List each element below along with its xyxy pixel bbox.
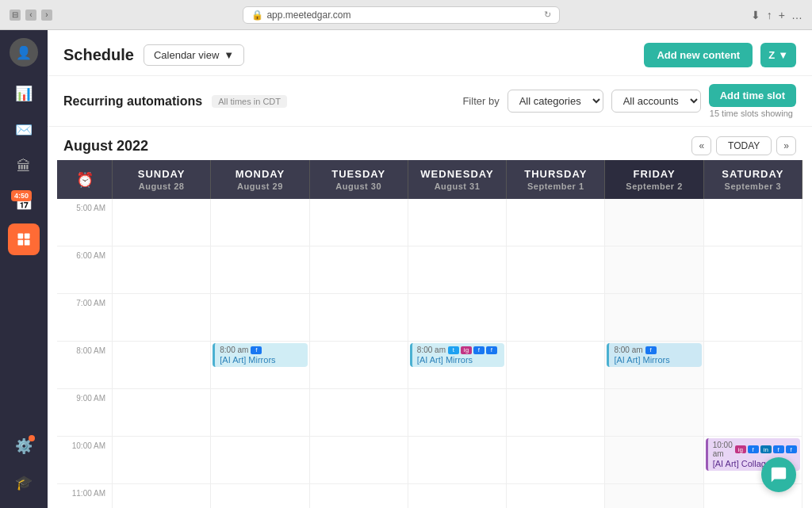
day-date-wednesday: August 31 [412,181,503,191]
today-button[interactable]: TODAY [716,136,772,155]
cell-sun-10am[interactable] [113,437,211,484]
cell-wed-7am[interactable] [408,294,507,342]
cell-fri-7am[interactable] [605,294,703,342]
category-filter[interactable]: All categories [508,90,603,113]
page-title-area: Schedule Calendar view ▼ [63,44,244,66]
day-date-thursday: September 1 [510,181,601,191]
sidebar-item-inbox[interactable]: ✉️ [8,114,40,146]
cell-mon-7am[interactable] [211,294,309,342]
cell-thu-11am[interactable] [507,484,605,508]
cell-sun-5am[interactable] [113,199,211,246]
sidebar-item-schedule[interactable] [8,223,40,255]
forward-btn[interactable]: › [41,10,52,21]
cell-sat-7am[interactable] [704,294,802,342]
cell-thu-6am[interactable] [507,246,605,294]
day-header-thursday: THURSDAY September 1 [507,160,605,199]
cell-fri-8am[interactable]: 8:00 am f [AI Art] Mirrors [605,342,703,389]
cell-thu-9am[interactable] [507,389,605,437]
chat-icon [770,466,787,483]
sidebar-item-library[interactable]: 🏛 [8,151,40,182]
event-mon-mirrors[interactable]: 8:00 am f [AI Art] Mirrors [213,343,307,367]
add-new-content-button[interactable]: Add new content [644,43,753,67]
slots-showing-text: 15 time slots showing [710,109,793,118]
prev-prev-button[interactable]: « [691,136,711,155]
sidebar-item-time[interactable]: 4:50 📅 [8,187,40,219]
ellipsis-icon[interactable]: … [791,9,802,21]
cell-fri-11am[interactable] [605,484,703,508]
account-filter[interactable]: All accounts [611,90,701,113]
cell-sun-6am[interactable] [113,246,211,294]
cell-mon-8am[interactable]: 8:00 am f [AI Art] Mirrors [211,342,309,389]
automations-bar: Recurring automations All times in CDT F… [48,76,812,127]
user-menu-button[interactable]: Z ▼ [760,43,796,67]
share-icon[interactable]: ↑ [767,9,772,21]
cell-thu-8am[interactable] [507,342,605,389]
cell-sat-6am[interactable] [704,246,802,294]
sidebar-item-alerts[interactable]: ⚙️ [8,430,40,462]
cell-wed-9am[interactable] [408,389,507,437]
sidebar-item-graduation[interactable]: 🎓 [8,467,40,498]
cell-fri-6am[interactable] [605,246,703,294]
cell-wed-10am[interactable] [408,437,507,484]
sidebar-item-chart[interactable]: 📊 [8,78,40,109]
cell-wed-6am[interactable] [408,246,507,294]
cell-fri-9am[interactable] [605,389,703,437]
cell-tue-10am[interactable] [310,437,408,484]
facebook-icon: f [251,346,262,354]
sidebar-toggle-btn[interactable]: ⊟ [10,10,21,21]
cell-wed-11am[interactable] [408,484,507,508]
cell-thu-7am[interactable] [507,294,605,342]
cell-thu-5am[interactable] [507,199,605,246]
refresh-icon: ↻ [544,10,551,20]
cell-thu-10am[interactable] [507,437,605,484]
event-sat-collage-time: 10:00 am ig f in f f [713,441,795,458]
svg-rect-2 [18,240,24,246]
event-fri-mirrors[interactable]: 8:00 am f [AI Art] Mirrors [607,343,701,367]
cell-sat-9am[interactable] [704,389,802,437]
sidebar-bottom: ⚙️ 🎓 [8,430,40,498]
event-mon-mirrors-time: 8:00 am f [220,346,302,354]
cell-sun-8am[interactable] [113,342,211,389]
view-selector-dropdown[interactable]: Calendar view ▼ [144,44,244,66]
cell-mon-11am[interactable] [211,484,309,508]
cell-sat-8am[interactable] [704,342,802,389]
cell-mon-10am[interactable] [211,437,309,484]
cell-tue-5am[interactable] [310,199,408,246]
chat-button[interactable] [761,457,796,492]
lock-icon: 🔒 [251,10,263,21]
new-tab-icon[interactable]: + [779,9,785,21]
cell-mon-5am[interactable] [211,199,309,246]
automations-left: Recurring automations All times in CDT [63,94,287,109]
cell-wed-5am[interactable] [408,199,507,246]
cell-sat-5am[interactable] [704,199,802,246]
time-6am: 6:00 AM [57,246,113,294]
next-next-button[interactable]: » [776,136,796,155]
cell-tue-9am[interactable] [310,389,408,437]
cell-wed-8am[interactable]: 8:00 am t ig f f [AI Art] Mirrors [408,342,507,389]
add-content-label: Add new content [657,49,740,61]
back-btn[interactable]: ‹ [25,10,36,21]
event-wed-mirrors[interactable]: 8:00 am t ig f f [AI Art] Mirrors [410,343,504,367]
cell-tue-6am[interactable] [310,246,408,294]
ig-icon-sat: ig [735,445,746,453]
cell-fri-5am[interactable] [605,199,703,246]
cell-tue-8am[interactable] [310,342,408,389]
app-logo[interactable]: 👤 [10,38,38,67]
calendar-wrapper: ⏰ SUNDAY August 28 MONDAY August 29 TUES… [48,160,812,508]
cell-fri-10am[interactable] [605,437,703,484]
cell-sun-9am[interactable] [113,389,211,437]
cell-sun-11am[interactable] [113,484,211,508]
add-time-slot-button[interactable]: Add time slot [709,84,796,107]
time-11am: 11:00 AM [57,484,113,508]
cell-tue-7am[interactable] [310,294,408,342]
download-icon[interactable]: ⬇ [751,9,760,21]
svg-rect-0 [18,234,24,239]
calendar-navigation: « TODAY » [691,136,796,155]
address-bar[interactable]: 🔒 app.meetedgar.com ↻ [243,6,560,24]
cell-sun-7am[interactable] [113,294,211,342]
day-header-saturday: SATURDAY September 3 [704,160,802,199]
cell-mon-9am[interactable] [211,389,309,437]
automations-right: Filter by All categories All accounts Ad… [462,84,796,118]
cell-tue-11am[interactable] [310,484,408,508]
cell-mon-6am[interactable] [211,246,309,294]
